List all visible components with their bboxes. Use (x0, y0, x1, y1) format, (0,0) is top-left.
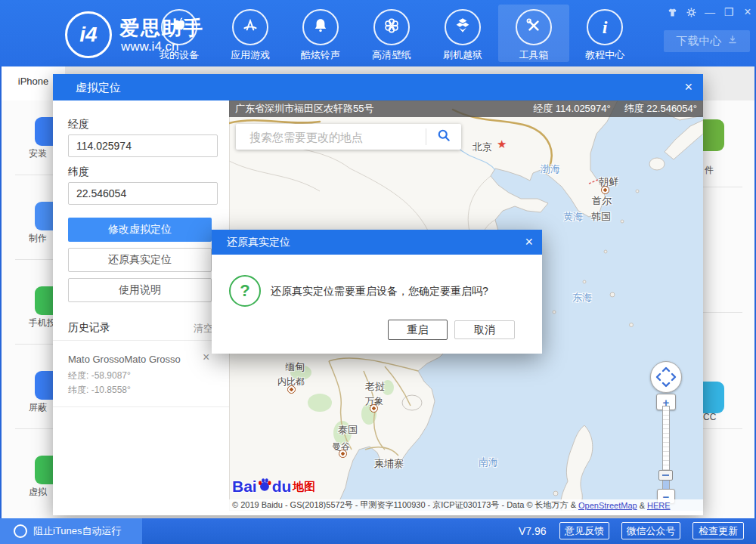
nav-flash-jailbreak[interactable]: 刷机越狱 (427, 5, 498, 62)
dialog-title: 还原真实定位 (227, 236, 290, 249)
restore-real-location-button[interactable]: 还原真实定位 (68, 248, 212, 272)
nav-wallpapers[interactable]: 高清壁纸 (356, 5, 427, 62)
divider (700, 312, 742, 313)
nav-label: 教程中心 (569, 48, 640, 62)
tool-label: 制作 (29, 232, 47, 245)
copyright-text: © 2019 Baidu - GS(2018)5572号 - 甲测资字11009… (232, 499, 576, 511)
feedback-button[interactable]: 意见反馈 (559, 522, 609, 539)
bell-icon (311, 16, 330, 39)
tool-label: 手机投 (29, 317, 56, 329)
tool-label: 安装 (29, 147, 47, 160)
history-item-longitude: 经度: -58.9087° (68, 369, 131, 382)
map-search-input[interactable] (236, 131, 426, 144)
nav-label: 应用游戏 (215, 48, 286, 62)
skin-icon[interactable] (664, 5, 680, 19)
tool-label: 虚拟 (29, 486, 47, 499)
nav-label: 酷炫铃声 (285, 48, 356, 62)
longitude-input[interactable] (68, 134, 218, 157)
nav-label: 刷机越狱 (427, 48, 498, 62)
history-item-name[interactable]: Mato GrossoMato Grosso (68, 354, 181, 365)
minimize-icon[interactable]: — (702, 5, 718, 19)
pan-right-icon (672, 374, 675, 380)
map-label: 渤海 (541, 162, 560, 176)
map-latitude-readout: 纬度 22.546054° (624, 102, 697, 116)
baidu-logo-map: 地图 (293, 480, 315, 494)
tool-label: CC (703, 412, 716, 422)
modal-close-icon[interactable]: × (684, 80, 692, 94)
pan-down-icon (663, 383, 669, 386)
download-center-label: 下载中心 (677, 34, 722, 48)
appstore-icon (240, 16, 260, 39)
here-link[interactable]: HERE (647, 501, 671, 510)
gear-icon[interactable] (683, 5, 699, 19)
map-label: 东海 (572, 291, 592, 304)
apple-icon (169, 16, 189, 39)
history-title: 历史记录 (68, 321, 110, 335)
search-icon (436, 128, 451, 146)
latitude-input[interactable] (68, 182, 218, 205)
baidu-logo-du: du (272, 478, 292, 496)
baidu-logo: Bai du 地图 (232, 477, 315, 496)
flower-icon (382, 16, 401, 39)
divider (700, 428, 742, 429)
modal-title: 虚拟定位 (76, 81, 121, 95)
version-label: V7.96 (519, 525, 547, 537)
map-longitude-readout: 经度 114.025974° (533, 102, 611, 116)
dialog-message: 还原真实定位需要重启设备，您确定要重启吗? (271, 285, 488, 298)
openstreetmap-link[interactable]: OpenStreetMap (578, 501, 637, 510)
city-marker-naypyidaw (287, 385, 296, 394)
download-center-button[interactable]: 下载中心 (664, 30, 750, 52)
map-label: 柬埔寨 (374, 457, 404, 471)
map-label: 韩国 (591, 210, 611, 224)
map-label: 缅甸 (285, 360, 305, 374)
tool-label: 屏蔽 (29, 401, 47, 414)
divider (15, 428, 54, 429)
divider (53, 340, 229, 341)
city-marker-vientiane (370, 404, 378, 413)
nav-label: 工具箱 (498, 48, 569, 62)
close-window-icon[interactable]: × (739, 5, 756, 19)
nav-my-devices[interactable]: 我的设备 (144, 5, 215, 62)
app-header: i4 爱思助手 www.i4.cn 我的设备 应用游戏 酷炫铃声 高清壁纸 (0, 0, 756, 66)
longitude-label: 经度 (68, 118, 89, 131)
map-search-box (236, 124, 461, 150)
wechat-button[interactable]: 微信公众号 (621, 522, 680, 539)
zoom-slider-handle[interactable] (658, 470, 673, 481)
restart-button[interactable]: 重启 (388, 320, 448, 340)
usage-help-button[interactable]: 使用说明 (68, 278, 212, 302)
history-item-close-icon[interactable]: × (203, 351, 209, 364)
app-logo-icon: i4 (65, 11, 112, 58)
pan-left-icon (657, 374, 660, 380)
nav-label: 我的设备 (144, 48, 215, 62)
map-label: 老挝 (365, 380, 385, 394)
city-marker-seoul (601, 186, 609, 194)
itunes-toggle[interactable]: 阻止iTunes自动运行 (0, 518, 142, 544)
map-pan-control[interactable] (650, 361, 682, 393)
map-label: 北京 (472, 141, 492, 154)
copyright-amp: & (640, 501, 645, 510)
modify-virtual-location-button[interactable]: 修改虚拟定位 (68, 218, 212, 242)
map-label: 首尔 (592, 194, 612, 208)
cancel-button[interactable]: 取消 (454, 320, 515, 339)
info-icon: i (603, 18, 608, 36)
maximize-icon[interactable]: ❒ (720, 5, 737, 19)
divider (53, 406, 229, 407)
nav-label: 高清壁纸 (356, 48, 427, 62)
map-readout-bar: 广东省深圳市福田区农轩路55号 经度 114.025974° 纬度 22.546… (229, 100, 703, 117)
tool-label: 件 (705, 164, 714, 177)
nav-ringtones[interactable]: 酷炫铃声 (285, 5, 356, 62)
latitude-label: 纬度 (68, 165, 89, 179)
divider (700, 187, 742, 187)
divider (15, 344, 54, 345)
check-update-button[interactable]: 检查更新 (692, 522, 744, 539)
nav-toolbox[interactable]: 工具箱 (498, 5, 569, 62)
dialog-close-icon[interactable]: × (525, 235, 533, 249)
search-button[interactable] (426, 128, 461, 146)
baidu-logo-bai: Bai (232, 478, 257, 496)
history-item-latitude: 纬度: -10.8558° (68, 384, 131, 397)
map-label: 泰国 (338, 423, 358, 437)
nav-apps-games[interactable]: 应用游戏 (215, 5, 286, 62)
nav-tutorials[interactable]: i 教程中心 (569, 5, 640, 62)
tab-label: iPhone (18, 76, 48, 87)
dialog-titlebar: 还原真实定位 × (212, 230, 542, 255)
